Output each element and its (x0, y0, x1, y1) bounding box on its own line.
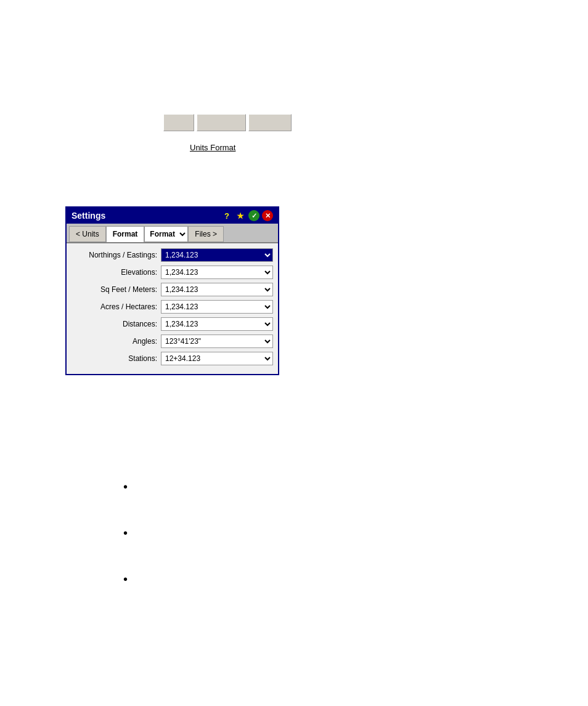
bullet-item-1: • (123, 481, 133, 493)
bullet-dot-2: • (123, 527, 128, 539)
dialog-content: Northings / Eastings: 1,234.123 Elevatio… (67, 243, 278, 374)
select-elevations[interactable]: 1,234.123 (161, 266, 273, 279)
label-distances: Distances: (71, 320, 161, 328)
tab-files[interactable]: Files > (188, 226, 224, 242)
dialog-title: Settings (71, 211, 221, 221)
bullet-item-2: • (123, 527, 133, 539)
ok-icon[interactable]: ✓ (248, 210, 259, 221)
tab-units[interactable]: < Units (69, 226, 106, 242)
top-button-1[interactable] (163, 114, 194, 131)
select-northings-eastings[interactable]: 1,234.123 (161, 248, 273, 262)
label-angles: Angles: (71, 337, 161, 346)
form-row-elevations: Elevations: 1,234.123 (71, 266, 273, 279)
settings-dialog: Settings ? ★ ✓ ✕ < Units Format Format F… (65, 206, 279, 375)
select-angles[interactable]: 123°41'23" (161, 335, 273, 348)
bullets-section: • • • (123, 481, 133, 619)
label-stations: Stations: (71, 354, 161, 363)
form-row-acres: Acres / Hectares: 1,234.123 (71, 300, 273, 314)
title-icon-group: ? ★ ✓ ✕ (221, 210, 273, 221)
form-row-northings: Northings / Eastings: 1,234.123 (71, 248, 273, 262)
select-stations[interactable]: 12+34.123 (161, 352, 273, 365)
form-row-distances: Distances: 1,234.123 (71, 317, 273, 331)
label-elevations: Elevations: (71, 268, 161, 277)
select-acres-hectares[interactable]: 1,234.123 (161, 300, 273, 314)
bullet-dot-1: • (123, 481, 128, 493)
help-icon[interactable]: ? (221, 210, 232, 221)
bullet-dot-3: • (123, 573, 128, 585)
form-row-stations: Stations: 12+34.123 (71, 352, 273, 365)
dialog-titlebar: Settings ? ★ ✓ ✕ (67, 208, 278, 224)
form-row-sq-feet: Sq Feet / Meters: 1,234.123 (71, 283, 273, 296)
units-format-link[interactable]: Units Format (190, 143, 235, 152)
select-sq-feet-meters[interactable]: 1,234.123 (161, 283, 273, 296)
tab-format-select[interactable]: Format (144, 226, 188, 242)
top-button-2[interactable] (197, 114, 246, 131)
label-sq-feet-meters: Sq Feet / Meters: (71, 285, 161, 294)
tab-bar: < Units Format Format Files > (67, 224, 278, 243)
top-button-group (163, 114, 292, 131)
form-row-angles: Angles: 123°41'23" (71, 335, 273, 348)
bullet-item-3: • (123, 573, 133, 585)
tab-format-wrapper: Format Format (106, 226, 189, 242)
select-distances[interactable]: 1,234.123 (161, 317, 273, 331)
tab-format-label[interactable]: Format (106, 226, 145, 242)
top-button-3[interactable] (248, 114, 292, 131)
star-icon[interactable]: ★ (235, 210, 246, 221)
close-icon[interactable]: ✕ (262, 210, 273, 221)
label-northings-eastings: Northings / Eastings: (71, 251, 161, 259)
label-acres-hectares: Acres / Hectares: (71, 302, 161, 311)
